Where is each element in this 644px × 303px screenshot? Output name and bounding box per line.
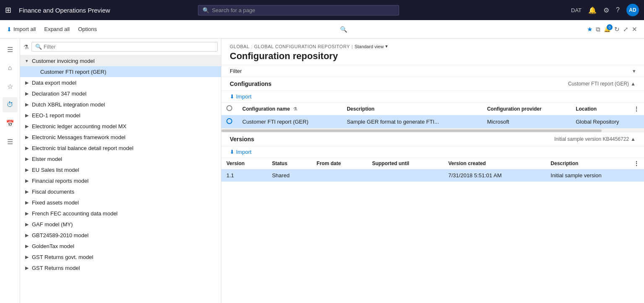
tree-item-eu-sales[interactable]: ▶ EU Sales list model [20, 164, 221, 175]
expand-icon-data-export[interactable]: ▶ [23, 79, 30, 86]
tree-item-electronic-trial[interactable]: ▶ Electronic trial balance detail report… [20, 142, 221, 153]
right-panel: GLOBAL : GLOBAL CONFIGURATION REPOSITORY… [221, 39, 644, 303]
tree-item-fixed-assets[interactable]: ▶ Fixed assets model [20, 197, 221, 208]
expand-icon-goldentax[interactable]: ▶ [23, 243, 30, 249]
expand-icon-declaration-347[interactable]: ▶ [23, 90, 30, 97]
tree-item-financial-reports[interactable]: ▶ Financial reports model [20, 175, 221, 186]
refresh-icon[interactable]: ↻ [614, 26, 620, 33]
search-icon: 🔍 [203, 7, 209, 13]
calendar-icon[interactable]: 📅 [3, 116, 18, 131]
tree-item-data-export[interactable]: ▶ Data export model [20, 77, 221, 88]
expand-all-button[interactable]: Expand all [41, 24, 73, 34]
options-label: Options [78, 26, 97, 32]
expand-icon-financial-reports[interactable]: ▶ [23, 177, 30, 184]
configurations-section: Configurations Customer FTI report (GER)… [221, 77, 644, 132]
configurations-section-header: Configurations Customer FTI report (GER)… [221, 77, 644, 91]
configurations-collapse-icon[interactable]: ▲ [631, 81, 636, 87]
versions-table: Version Status From date Supported until… [221, 158, 644, 182]
expand-icon-electronic-messages[interactable]: ▶ [23, 134, 30, 140]
expand-icon-elster[interactable]: ▶ [23, 155, 30, 162]
expand-icon-french-fec[interactable]: ▶ [23, 210, 30, 217]
tree-item-french-fec[interactable]: ▶ French FEC accounting data model [20, 208, 221, 219]
expand-icon-customer-invoicing[interactable]: ▾ [23, 57, 30, 64]
settings-icon[interactable]: ⚙ [603, 6, 609, 14]
expand-icon-fiscal-docs[interactable]: ▶ [23, 188, 30, 195]
tree-item-gbt24589[interactable]: ▶ GBT24589-2010 model [20, 230, 221, 241]
configurations-header-row: Configuration name ⚗ Description Configu… [221, 103, 644, 115]
tree-label-eeo1: EEO-1 report model [32, 112, 80, 119]
tree-item-electronic-messages[interactable]: ▶ Electronic Messages framework model [20, 132, 221, 142]
tree-label-gbt24589: GBT24589-2010 model [32, 232, 88, 238]
col-more-icon[interactable]: ⋮ [634, 106, 639, 112]
tree-item-electronic-ledger[interactable]: ▶ Electronic ledger accounting model MX [20, 121, 221, 132]
left-panel: ⚗ 🔍 ▾ Customer invoicing model ▶ Custome… [20, 39, 221, 303]
recent-icon[interactable]: ⏱ [3, 97, 18, 112]
expand-icon-eu-sales[interactable]: ▶ [23, 166, 30, 173]
versions-header-row: Version Status From date Supported until… [221, 158, 644, 169]
versions-toolbar: ⬇ Import [221, 146, 644, 158]
tree-item-goldentax[interactable]: ▶ GoldenTax model [20, 241, 221, 251]
detach-icon[interactable]: ⧉ [596, 26, 600, 33]
star-icon[interactable]: ☆ [3, 79, 18, 94]
help-icon[interactable]: ? [616, 6, 620, 14]
view-chevron-icon: ▾ [385, 44, 388, 49]
expand-icon-gaf-my[interactable]: ▶ [23, 221, 30, 228]
bell-icon[interactable]: 🔔 [588, 6, 597, 14]
configurations-import-icon: ⬇ [230, 93, 234, 100]
tree-item-dutch-xbrl[interactable]: ▶ Dutch XBRL integration model [20, 99, 221, 110]
expand-icon-electronic-trial[interactable]: ▶ [23, 145, 30, 151]
filter-input-wrap: 🔍 [31, 42, 218, 52]
tree-item-elster[interactable]: ▶ Elster model [20, 153, 221, 164]
app-title: Finance and Operations Preview [19, 7, 110, 14]
favorites-icon[interactable]: ★ [587, 26, 592, 33]
row-radio-cell[interactable] [221, 115, 237, 129]
tree-item-eeo1[interactable]: ▶ EEO-1 report model [20, 110, 221, 121]
avatar[interactable]: AD [626, 4, 639, 16]
configurations-horizontal-scrollbar[interactable] [221, 129, 644, 132]
home-icon[interactable]: ⌂ [3, 60, 18, 75]
versions-more-icon[interactable]: ⋮ [634, 161, 639, 166]
notification-badge-button[interactable]: 🔔 0 [604, 26, 611, 32]
tree-item-gst-returns[interactable]: ▶ GST Returns model [20, 262, 221, 273]
configurations-subtitle-text: Customer FTI report (GER) [568, 81, 629, 87]
tree-item-customer-invoicing[interactable]: ▾ Customer invoicing model [20, 55, 221, 66]
tree-item-fiscal-docs[interactable]: ▶ Fiscal documents [20, 186, 221, 197]
expand-icon-gbt24589[interactable]: ▶ [23, 232, 30, 238]
filter-chevron-icon[interactable]: ▾ [633, 68, 636, 74]
tree-item-customer-fti[interactable]: ▶ Customer FTI report (GER) [20, 66, 221, 77]
expand-icon-eeo1[interactable]: ▶ [23, 112, 30, 119]
configurations-table-scroll[interactable]: Configuration name ⚗ Description Configu… [221, 103, 644, 129]
view-selector[interactable]: Standard view ▾ [354, 44, 388, 49]
table-row[interactable]: Customer FTI report (GER) Sample GER for… [221, 115, 644, 129]
hamburger-menu-icon[interactable]: ☰ [3, 42, 18, 57]
tree-item-gaf-my[interactable]: ▶ GAF model (MY) [20, 219, 221, 230]
tree-label-elster: Elster model [32, 156, 62, 162]
tree-item-gst-returns-govt[interactable]: ▶ GST Returns govt. model [20, 251, 221, 262]
configurations-import-button[interactable]: ⬇ Import [230, 93, 252, 100]
tree-item-declaration-347[interactable]: ▶ Declaration 347 model [20, 88, 221, 99]
import-all-icon: ⬇ [7, 26, 12, 33]
expand-all-label: Expand all [44, 26, 70, 32]
tree-label-fixed-assets: Fixed assets model [32, 199, 79, 206]
search-input[interactable] [212, 7, 395, 13]
version-row[interactable]: 1.1 Shared 7/31/2018 5:51:01 AM Initial … [221, 169, 644, 182]
close-icon[interactable]: ✕ [632, 26, 637, 33]
versions-subtitle: Initial sample version KB4456722 ▲ [554, 136, 636, 142]
options-button[interactable]: Options [75, 24, 100, 34]
versions-import-button[interactable]: ⬇ Import [230, 149, 252, 155]
expand-icon-gst-returns[interactable]: ▶ [23, 264, 30, 271]
app-grid-icon[interactable]: ⊞ [5, 5, 11, 15]
expand-icon-gst-returns-govt[interactable]: ▶ [23, 254, 30, 260]
import-all-button[interactable]: ⬇ Import all [3, 24, 39, 34]
toolbar-search-button[interactable]: 🔍 [337, 24, 351, 34]
breadcrumb: GLOBAL : GLOBAL CONFIGURATION REPOSITORY… [230, 44, 636, 49]
expand-icon-dutch-xbrl[interactable]: ▶ [23, 101, 30, 108]
list-icon[interactable]: ☰ [3, 134, 18, 149]
new-window-icon[interactable]: ⤢ [623, 26, 628, 33]
expand-icon-fixed-assets[interactable]: ▶ [23, 199, 30, 206]
filter-input[interactable] [44, 44, 214, 50]
expand-icon-electronic-ledger[interactable]: ▶ [23, 123, 30, 129]
config-name-filter-icon[interactable]: ⚗ [293, 106, 297, 111]
header-radio-icon [226, 105, 232, 111]
versions-collapse-icon[interactable]: ▲ [631, 136, 636, 142]
